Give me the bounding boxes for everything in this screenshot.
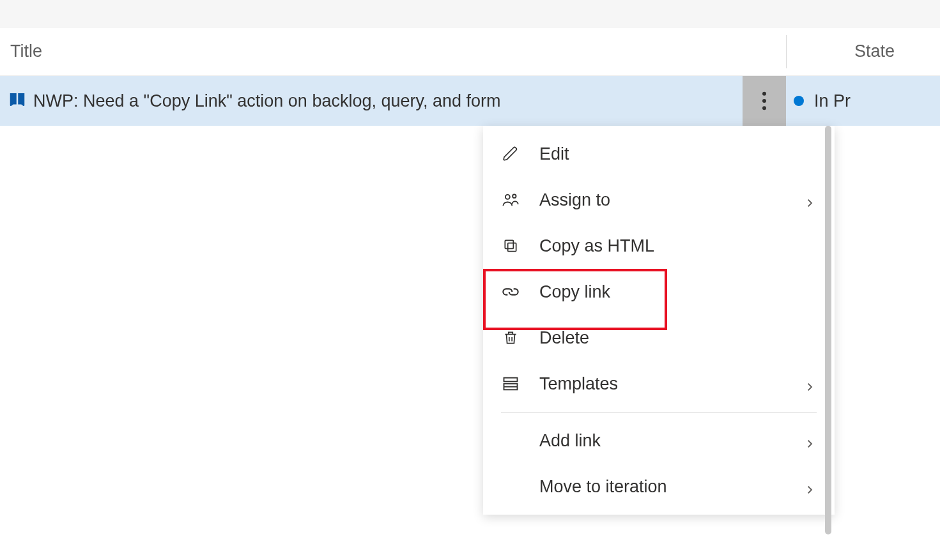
svg-rect-7: [504, 378, 518, 382]
people-icon: [501, 190, 520, 209]
toolbar: [0, 0, 940, 27]
svg-point-1: [762, 99, 766, 103]
chevron-right-icon: [804, 377, 817, 390]
menu-item-templates[interactable]: Templates: [483, 361, 835, 407]
menu-item-label: Templates: [539, 374, 804, 394]
menu-item-label: Move to iteration: [539, 477, 804, 497]
menu-item-edit[interactable]: Edit: [483, 131, 835, 177]
menu-item-label: Copy link: [539, 282, 817, 302]
menu-separator: [501, 412, 817, 412]
menu-item-delete[interactable]: Delete: [483, 315, 835, 361]
menu-item-label: Copy as HTML: [539, 236, 817, 256]
svg-point-4: [512, 194, 516, 197]
chevron-right-icon: [804, 480, 817, 493]
menu-item-label: Edit: [539, 144, 817, 164]
menu-item-label: Delete: [539, 328, 817, 348]
column-header-state[interactable]: State: [786, 35, 940, 68]
kebab-icon: [762, 91, 767, 110]
svg-point-0: [762, 92, 766, 96]
menu-item-copy-as-html[interactable]: Copy as HTML: [483, 223, 835, 269]
menu-item-label: Assign to: [539, 190, 804, 210]
menu-item-assign-to[interactable]: Assign to: [483, 177, 835, 223]
more-actions-button[interactable]: [743, 76, 786, 126]
column-header-title[interactable]: Title: [0, 42, 786, 61]
menu-item-move-to-iteration[interactable]: Move to iteration: [483, 464, 835, 510]
work-item-title: NWP: Need a "Copy Link" action on backlo…: [33, 91, 501, 111]
menu-scrollbar[interactable]: [825, 126, 831, 534]
link-icon: [501, 282, 520, 301]
blank-icon: [501, 431, 520, 450]
chevron-right-icon: [804, 434, 817, 447]
menu-item-copy-link[interactable]: Copy link: [483, 269, 835, 315]
work-item-state: In Pr: [814, 91, 851, 111]
context-menu: Edit Assign to Copy as HTML Copy link: [483, 126, 835, 515]
svg-point-3: [505, 195, 510, 199]
svg-point-2: [762, 106, 766, 110]
work-item-title-cell[interactable]: NWP: Need a "Copy Link" action on backlo…: [0, 76, 786, 126]
svg-rect-5: [508, 243, 516, 252]
column-header-row: Title State: [0, 27, 940, 76]
svg-rect-6: [505, 240, 513, 248]
work-item-row[interactable]: NWP: Need a "Copy Link" action on backlo…: [0, 76, 940, 126]
menu-item-label: Add link: [539, 431, 804, 451]
chevron-right-icon: [804, 193, 817, 206]
edit-icon: [501, 144, 520, 163]
templates-icon: [501, 374, 520, 393]
trash-icon: [501, 328, 520, 347]
work-item-state-cell: In Pr: [786, 76, 940, 126]
epic-icon: [8, 90, 27, 112]
state-dot-icon: [794, 96, 804, 106]
blank-icon: [501, 477, 520, 496]
copy-icon: [501, 236, 520, 255]
menu-item-add-link[interactable]: Add link: [483, 418, 835, 464]
